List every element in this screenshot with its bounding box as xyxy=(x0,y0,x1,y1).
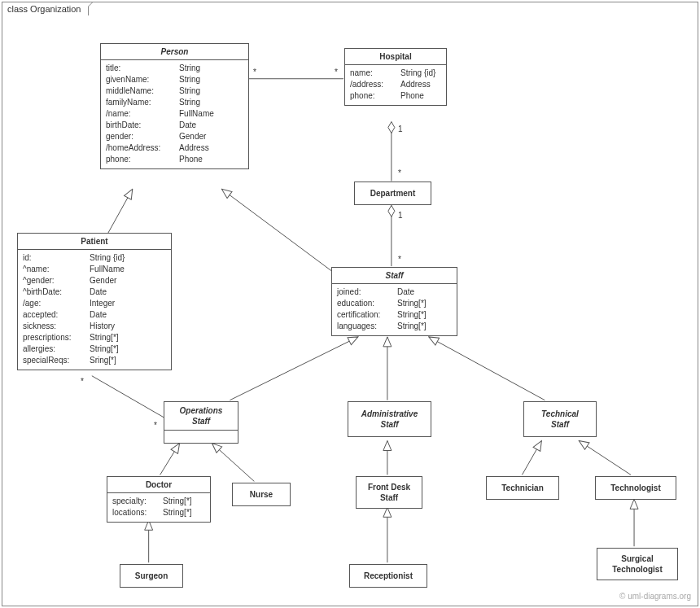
svg-line-4 xyxy=(221,189,339,277)
class-receptionist: Receptionist xyxy=(349,564,427,588)
class-technician-name: Technician xyxy=(487,477,558,499)
class-technical-staff-name: Technical Staff xyxy=(524,402,596,436)
class-surgical-technologist-name: Surgical Technologist xyxy=(597,549,677,580)
class-doctor: Doctor specialty:String[*] locations:Str… xyxy=(107,476,211,523)
svg-line-12 xyxy=(522,441,541,475)
class-surgical-technologist: Surgical Technologist xyxy=(597,548,678,580)
class-technologist-name: Technologist xyxy=(596,477,676,499)
class-doctor-name: Doctor xyxy=(107,477,210,493)
class-technical-staff: Technical Staff xyxy=(523,401,597,437)
class-hospital: Hospital name:String {id} /address:Addre… xyxy=(344,48,447,106)
class-person-attrs: title:String givenName:String middleName… xyxy=(101,60,248,168)
mult-department-staff-1: 1 xyxy=(398,211,403,220)
class-patient-name: Patient xyxy=(18,234,171,250)
mult-person-hospital-right: * xyxy=(335,68,338,77)
class-surgeon-name: Surgeon xyxy=(120,565,182,587)
class-department: Department xyxy=(354,182,431,205)
class-nurse: Nurse xyxy=(232,483,291,506)
class-hospital-attrs: name:String {id} /address:Address phone:… xyxy=(345,65,446,105)
svg-line-6 xyxy=(230,337,358,400)
class-operations-staff-attrs xyxy=(164,431,238,443)
svg-line-10 xyxy=(212,444,254,482)
svg-line-9 xyxy=(160,444,180,475)
svg-line-13 xyxy=(579,441,631,475)
mult-department-staff-star: * xyxy=(398,255,401,264)
class-nurse-name: Nurse xyxy=(233,483,290,505)
class-person: Person title:String givenName:String mid… xyxy=(100,43,249,169)
class-patient: Patient id:String {id} ^name:FullName ^g… xyxy=(17,233,172,370)
class-staff: Staff joined:Date education:String[*] ce… xyxy=(331,267,457,336)
class-technologist: Technologist xyxy=(595,476,676,500)
class-front-desk-staff-name: Front Desk Staff xyxy=(357,477,422,508)
mult-hospital-department-1: 1 xyxy=(398,125,403,133)
class-operations-staff-name: Operations Staff xyxy=(164,402,238,431)
frame-label: class Organization xyxy=(2,2,89,15)
mult-patient-ops-left: * xyxy=(81,377,84,386)
mult-person-hospital-left: * xyxy=(253,68,256,77)
class-technician: Technician xyxy=(486,476,559,500)
svg-line-8 xyxy=(429,337,545,400)
class-administrative-staff: Administrative Staff xyxy=(348,401,431,437)
watermark: © uml-diagrams.org xyxy=(619,592,691,601)
class-department-name: Department xyxy=(355,182,431,204)
class-patient-attrs: id:String {id} ^name:FullName ^gender:Ge… xyxy=(18,250,171,370)
class-administrative-staff-name: Administrative Staff xyxy=(348,402,431,436)
frame-label-text: class Organization xyxy=(7,4,81,14)
svg-line-5 xyxy=(92,376,165,418)
mult-hospital-department-star: * xyxy=(398,168,401,177)
svg-line-3 xyxy=(108,189,133,233)
class-surgeon: Surgeon xyxy=(120,564,183,588)
class-operations-staff: Operations Staff xyxy=(164,401,238,444)
class-receptionist-name: Receptionist xyxy=(350,565,427,587)
class-staff-name: Staff xyxy=(332,268,457,284)
class-hospital-name: Hospital xyxy=(345,49,446,65)
organization-frame: class Organization xyxy=(2,2,698,606)
class-doctor-attrs: specialty:String[*] locations:String[*] xyxy=(107,493,210,522)
class-person-name: Person xyxy=(101,44,248,60)
class-staff-attrs: joined:Date education:String[*] certific… xyxy=(332,284,457,335)
class-front-desk-staff: Front Desk Staff xyxy=(356,476,422,509)
mult-patient-ops-right: * xyxy=(154,421,157,430)
